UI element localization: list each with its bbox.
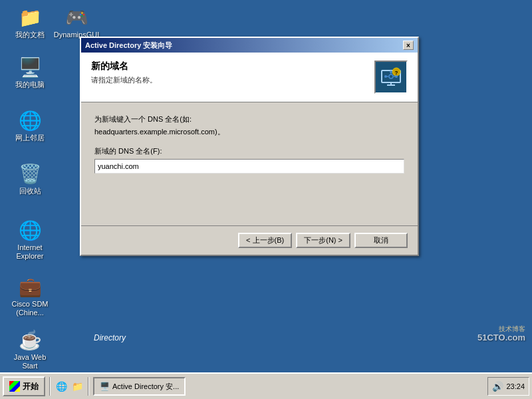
clock: 23:24 bbox=[506, 382, 525, 390]
desktop-icon-ie[interactable]: 🌐 Internet Explorer bbox=[7, 219, 53, 261]
tray-network-icon: 🔊 bbox=[492, 381, 503, 392]
dialog-header-text: 新的域名 请指定新域的名称。 bbox=[91, 61, 157, 85]
windows-logo bbox=[9, 381, 20, 392]
desktop-icon-network[interactable]: 🌐 网上邻居 bbox=[7, 110, 53, 142]
start-label: 开始 bbox=[23, 381, 39, 392]
start-button[interactable]: 开始 bbox=[3, 376, 45, 396]
dialog-titlebar: Active Directory 安装向导 × bbox=[81, 38, 418, 53]
desc-line1: 为新域键入一个 DNS 全名(如: bbox=[94, 114, 404, 124]
desktop-icon-my-computer[interactable]: 🖥️ 我的电脑 bbox=[7, 57, 53, 89]
dialog-content: 为新域键入一个 DNS 全名(如: headquarters.example.m… bbox=[81, 102, 418, 186]
dialog-spacer bbox=[81, 186, 418, 225]
desktop-icon-recycle[interactable]: 🗑️ 回收站 bbox=[7, 163, 53, 196]
recycle-icon: 🗑️ bbox=[19, 163, 41, 184]
svg-point-5 bbox=[389, 74, 393, 78]
svg-point-7 bbox=[384, 75, 387, 78]
watermark-site: 51CTO.com bbox=[477, 332, 525, 342]
my-docs-icon: 📁 bbox=[19, 7, 41, 28]
svg-point-11 bbox=[390, 70, 392, 73]
desktop-icon-cisco-sdm[interactable]: 💼 Cisco SDM (Chine... bbox=[7, 276, 53, 317]
recycle-label: 回收站 bbox=[19, 187, 41, 196]
active-directory-dialog: Active Directory 安装向导 × 新的域名 请指定新域的名称。 ? bbox=[80, 37, 419, 256]
svg-point-9 bbox=[395, 75, 398, 78]
directory-label: Directory bbox=[94, 333, 126, 342]
dialog-section-title: 新的域名 bbox=[91, 61, 157, 72]
desktop: 📁 我的文档 🎮 DynamipsGUI 🖥️ 我的电脑 🌐 网上邻居 🗑️ 回… bbox=[0, 0, 532, 372]
taskbar: 开始 🌐 📁 🖥️ Active Directory 安... 🔊 23:24 bbox=[0, 372, 532, 399]
dns-fullname-input[interactable] bbox=[94, 159, 404, 174]
dialog-title: Active Directory 安装向导 bbox=[85, 41, 172, 51]
cancel-button[interactable]: 取消 bbox=[354, 233, 408, 248]
taskbar-ad-item[interactable]: 🖥️ Active Directory 安... bbox=[93, 377, 186, 396]
java-web-icon: ☕ bbox=[19, 329, 41, 350]
taskbar-divider2 bbox=[88, 377, 89, 396]
watermark-sub: 技术博客 bbox=[499, 325, 525, 334]
taskbar-divider bbox=[49, 377, 51, 396]
taskbar-ad-label: Active Directory 安... bbox=[112, 382, 179, 392]
svg-text:?: ? bbox=[395, 70, 398, 76]
network-icon: 🌐 bbox=[19, 110, 41, 131]
next-button[interactable]: 下一步(N) > bbox=[296, 233, 350, 248]
desktop-icon-my-docs[interactable]: 📁 我的文档 bbox=[7, 7, 53, 39]
network-label: 网上邻居 bbox=[15, 134, 45, 142]
desc-line2: headquarters.example.microsoft.com)。 bbox=[94, 127, 404, 137]
dialog-section-subtitle: 请指定新域的名称。 bbox=[91, 75, 157, 85]
my-docs-label: 我的文档 bbox=[15, 31, 45, 39]
dialog-buttons: < 上一步(B) 下一步(N) > 取消 bbox=[81, 225, 418, 255]
ie-label: Internet Explorer bbox=[7, 243, 53, 261]
back-button[interactable]: < 上一步(B) bbox=[238, 233, 292, 248]
dialog-close-button[interactable]: × bbox=[403, 41, 414, 50]
cisco-sdm-label: Cisco SDM (Chine... bbox=[7, 300, 53, 317]
taskbar-folder-icon[interactable]: 📁 bbox=[70, 380, 84, 393]
dialog-header-icon: ? bbox=[374, 61, 408, 94]
my-computer-label: 我的电脑 bbox=[15, 80, 45, 89]
cisco-sdm-icon: 💼 bbox=[19, 276, 41, 297]
ie-icon: 🌐 bbox=[19, 219, 41, 241]
dialog-header: 新的域名 请指定新域的名称。 ? bbox=[81, 53, 418, 102]
network-icon: ? bbox=[379, 65, 403, 89]
system-tray: 🔊 23:24 bbox=[487, 377, 529, 396]
desktop-icon-dynamics-gui[interactable]: 🎮 DynamipsGUI bbox=[53, 7, 100, 39]
desktop-icon-java-web[interactable]: ☕ Java Web Start bbox=[7, 329, 53, 370]
dns-fullname-label: 新域的 DNS 全名(F): bbox=[94, 146, 404, 156]
tray-icons: 🔊 bbox=[492, 381, 503, 392]
dynamics-gui-icon: 🎮 bbox=[66, 7, 87, 28]
taskbar-ie-icon[interactable]: 🌐 bbox=[55, 380, 68, 393]
my-computer-icon: 🖥️ bbox=[19, 57, 41, 78]
java-web-label: Java Web Start bbox=[7, 353, 53, 370]
